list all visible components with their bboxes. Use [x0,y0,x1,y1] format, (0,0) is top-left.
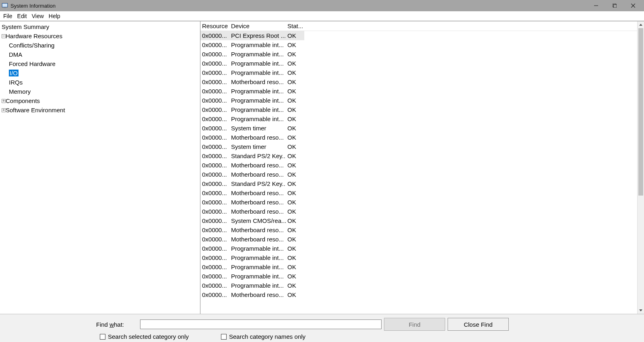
table-row[interactable]: 0x0000...Programmable int...OK [200,244,644,253]
cell-status: OK [286,253,304,262]
tree-item-label: Memory [9,88,31,95]
scroll-track[interactable] [638,28,644,307]
tree-item[interactable]: DMA [0,50,200,59]
table-row[interactable]: 0x0000...Programmable int...OK [200,96,644,105]
cell-resource: 0x0000... [200,281,229,290]
tree-item[interactable]: +Software Environment [0,105,200,115]
menu-edit[interactable]: Edit [15,12,29,20]
table-row[interactable]: 0x0000...Standard PS/2 Key...OK [200,179,644,188]
tree-item-label: DMA [9,51,22,58]
cell-device: Programmable int... [229,114,286,124]
checkbox-box-icon [221,334,227,340]
tree-item[interactable]: Forced Hardware [0,59,200,68]
cell-resource: 0x0000... [200,151,229,161]
list-body[interactable]: 0x0000...PCI Express Root ...OK0x0000...… [200,31,644,314]
tree-item-label: I/O [9,70,19,76]
tree-item[interactable]: IRQs [0,78,200,87]
table-row[interactable]: 0x0000...Programmable int...OK [200,40,644,49]
tree-item[interactable]: Conflicts/Sharing [0,41,200,50]
table-row[interactable]: 0x0000...Motherboard reso...OK [200,133,644,142]
cell-resource: 0x0000... [200,207,229,216]
find-input[interactable] [140,319,382,329]
table-row[interactable]: 0x0000...System timerOK [200,124,644,133]
cell-device: Programmable int... [229,244,286,253]
table-row[interactable]: 0x0000...Programmable int...OK [200,253,644,262]
collapse-icon[interactable]: − [2,34,6,38]
cell-resource: 0x0000... [200,179,229,188]
cell-status: OK [286,142,304,151]
tree-item-label: Conflicts/Sharing [9,42,54,49]
cell-status: OK [286,225,304,235]
cell-status: OK [286,272,304,281]
tree-item[interactable]: −Hardware Resources [0,31,200,41]
list-header[interactable]: Resource Device Stat... [200,21,644,31]
tree-item[interactable]: +Components [0,96,200,105]
scroll-thumb[interactable] [638,28,643,196]
cell-device: Motherboard reso... [229,198,286,207]
category-tree[interactable]: System Summary−Hardware ResourcesConflic… [0,21,200,314]
table-row[interactable]: 0x0000...Motherboard reso...OK [200,235,644,244]
expand-icon[interactable]: + [2,108,6,112]
scroll-down-button[interactable] [638,307,644,314]
find-button[interactable]: Find [384,318,445,331]
menu-file[interactable]: File [1,12,15,20]
table-row[interactable]: 0x0000...System CMOS/rea...OK [200,216,644,225]
column-device[interactable]: Device [229,21,286,31]
table-row[interactable]: 0x0000...Standard PS/2 Key...OK [200,151,644,161]
table-row[interactable]: 0x0000...Programmable int...OK [200,49,644,59]
column-status[interactable]: Stat... [286,21,304,31]
table-row[interactable]: 0x0000...Motherboard reso...OK [200,207,644,216]
table-row[interactable]: 0x0000...Programmable int...OK [200,87,644,96]
table-row[interactable]: 0x0000...Programmable int...OK [200,105,644,114]
table-row[interactable]: 0x0000...Programmable int...OK [200,114,644,124]
maximize-button[interactable] [605,0,624,11]
cell-device: System CMOS/rea... [229,216,286,225]
table-row[interactable]: 0x0000...Programmable int...OK [200,68,644,77]
table-row[interactable]: 0x0000...Motherboard reso...OK [200,77,644,87]
cell-device: Motherboard reso... [229,188,286,198]
details-pane: Resource Device Stat... 0x0000...PCI Exp… [200,21,644,314]
cell-status: OK [286,133,304,142]
svg-rect-5 [613,4,617,8]
cell-device: Programmable int... [229,68,286,77]
svg-marker-8 [639,24,642,26]
table-row[interactable]: 0x0000...Programmable int...OK [200,281,644,290]
minimize-button[interactable] [587,0,605,11]
table-row[interactable]: 0x0000...Motherboard reso...OK [200,290,644,299]
menu-help[interactable]: Help [46,12,63,20]
table-row[interactable]: 0x0000...Programmable int...OK [200,272,644,281]
cell-resource: 0x0000... [200,96,229,105]
menubar: File Edit View Help [0,11,644,21]
tree-item[interactable]: System Summary [0,22,200,31]
close-button[interactable] [624,0,642,11]
checkbox-search-selected[interactable]: Search selected category only [100,333,189,340]
table-row[interactable]: 0x0000...Motherboard reso...OK [200,225,644,235]
table-row[interactable]: 0x0000...Programmable int...OK [200,262,644,272]
cell-device: Motherboard reso... [229,133,286,142]
tree-item[interactable]: I/O [0,68,200,78]
close-find-button[interactable]: Close Find [448,318,509,331]
cell-device: Programmable int... [229,105,286,114]
table-row[interactable]: 0x0000...System timerOK [200,142,644,151]
cell-status: OK [286,188,304,198]
tree-item-label: Hardware Resources [6,33,62,39]
column-resource[interactable]: Resource [200,21,229,31]
expand-icon[interactable]: + [2,99,6,103]
vertical-scrollbar[interactable] [637,21,644,314]
cell-status: OK [286,244,304,253]
menu-view[interactable]: View [29,12,46,20]
table-row[interactable]: 0x0000...PCI Express Root ...OK [200,31,644,40]
table-row[interactable]: 0x0000...Motherboard reso...OK [200,188,644,198]
table-row[interactable]: 0x0000...Motherboard reso...OK [200,170,644,179]
cell-status: OK [286,87,304,96]
titlebar[interactable]: System Information [0,0,644,11]
tree-item[interactable]: Memory [0,87,200,96]
table-row[interactable]: 0x0000...Motherboard reso...OK [200,161,644,170]
checkbox-search-category-names[interactable]: Search category names only [221,333,305,340]
cell-status: OK [286,49,304,59]
table-row[interactable]: 0x0000...Programmable int...OK [200,59,644,68]
cell-status: OK [286,59,304,68]
scroll-up-button[interactable] [638,21,644,28]
find-label: Find what: [3,321,140,328]
table-row[interactable]: 0x0000...Motherboard reso...OK [200,198,644,207]
